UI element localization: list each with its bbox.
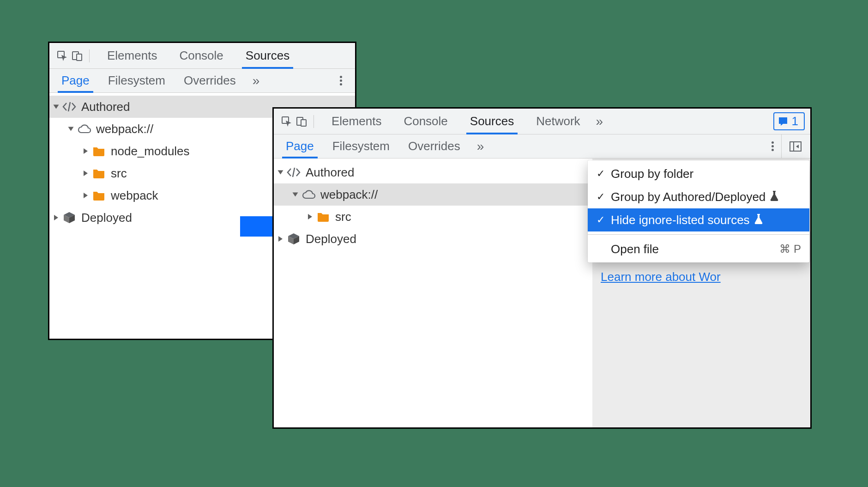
- menu-separator: [588, 234, 809, 235]
- tab-sources[interactable]: Sources: [466, 109, 518, 134]
- tree-src[interactable]: src: [274, 206, 592, 228]
- tree-label: Deployed: [81, 211, 132, 225]
- code-icon: [286, 165, 301, 180]
- menu-hide-ignore-listed[interactable]: ✓ Hide ignore-listed sources: [588, 208, 809, 231]
- menu-label: Group by folder: [611, 167, 693, 181]
- menu-group-by-folder[interactable]: ✓ Group by folder: [588, 162, 809, 185]
- tree-label: webpack://: [320, 188, 378, 202]
- more-tabs-icon[interactable]: »: [591, 114, 608, 129]
- issues-badge[interactable]: 1: [773, 112, 805, 130]
- disclosure-triangle-icon: [84, 170, 88, 176]
- tab-sources[interactable]: Sources: [242, 43, 293, 69]
- folder-icon: [91, 144, 106, 158]
- disclosure-triangle-icon: [293, 193, 298, 197]
- tree-label: src: [111, 166, 127, 181]
- separator: [781, 134, 782, 158]
- tree-label: Authored: [81, 100, 130, 114]
- learn-more-link[interactable]: Learn more about Wor: [592, 266, 810, 288]
- tab-elements[interactable]: Elements: [103, 43, 161, 69]
- menu-label: Group by Authored/Deployed: [611, 190, 766, 204]
- disclosure-triangle-icon: [68, 127, 74, 131]
- check-icon: ✓: [594, 214, 607, 226]
- toggle-pane-icon[interactable]: [786, 137, 805, 156]
- subbar-kebab-menu[interactable]: [332, 69, 350, 93]
- subtab-filesystem[interactable]: Filesystem: [104, 69, 169, 93]
- cloud-icon: [301, 187, 316, 202]
- disclosure-triangle-icon: [278, 236, 283, 242]
- inspect-icon[interactable]: [55, 49, 70, 63]
- subtab-filesystem[interactable]: Filesystem: [329, 134, 393, 158]
- menu-shortcut: ⌘ P: [779, 243, 801, 256]
- tab-console[interactable]: Console: [400, 109, 451, 134]
- separator: [313, 115, 314, 128]
- check-icon: ✓: [594, 168, 607, 180]
- menu-label: Open file: [611, 242, 659, 256]
- subtab-page[interactable]: Page: [58, 69, 93, 93]
- disclosure-triangle-icon: [308, 214, 312, 219]
- subbar-kebab-menu[interactable]: [764, 134, 781, 158]
- check-icon: ✓: [594, 191, 607, 203]
- subtab-overrides[interactable]: Overrides: [180, 69, 240, 93]
- disclosure-triangle-icon: [84, 193, 88, 198]
- more-subtabs-icon[interactable]: »: [248, 73, 265, 88]
- svg-rect-6: [790, 142, 801, 151]
- menu-open-file[interactable]: Open file ⌘ P: [588, 237, 809, 261]
- disclosure-triangle-icon: [84, 148, 88, 154]
- disclosure-triangle-icon: [278, 170, 283, 175]
- code-icon: [62, 99, 77, 114]
- flask-icon: [754, 213, 763, 227]
- disclosure-triangle-icon: [54, 105, 59, 109]
- tree-deployed[interactable]: Deployed: [274, 228, 592, 250]
- tree-authored[interactable]: Authored: [274, 161, 592, 183]
- tree-label: webpack://: [96, 122, 153, 136]
- tab-elements[interactable]: Elements: [328, 109, 385, 134]
- device-toggle-icon[interactable]: [294, 114, 309, 129]
- tree-label: Deployed: [306, 232, 356, 246]
- tab-network[interactable]: Network: [532, 109, 584, 134]
- subtab-page[interactable]: Page: [282, 134, 318, 158]
- disclosure-triangle-icon: [54, 215, 58, 220]
- inspect-icon[interactable]: [279, 114, 294, 129]
- subtab-overrides[interactable]: Overrides: [404, 134, 464, 158]
- svg-rect-2: [77, 54, 82, 61]
- folder-icon: [91, 188, 106, 203]
- deployed-cube-icon: [286, 231, 301, 246]
- tab-console[interactable]: Console: [175, 43, 227, 69]
- tree-label: Authored: [306, 165, 355, 180]
- flask-icon: [770, 190, 778, 204]
- tree-label: node_modules: [111, 144, 190, 158]
- more-subtabs-icon[interactable]: »: [472, 139, 489, 154]
- folder-icon: [91, 166, 106, 181]
- svg-rect-5: [301, 120, 306, 126]
- deployed-cube-icon: [62, 210, 77, 225]
- cloud-icon: [77, 122, 91, 136]
- tree-webpack[interactable]: webpack://: [274, 183, 592, 206]
- issues-count: 1: [792, 114, 798, 128]
- menu-label: Hide ignore-listed sources: [611, 213, 750, 227]
- device-toggle-icon[interactable]: [70, 49, 84, 63]
- tree-label: src: [335, 210, 351, 224]
- context-menu: ✓ Group by folder ✓ Group by Authored/De…: [588, 160, 809, 262]
- menu-group-by-authored[interactable]: ✓ Group by Authored/Deployed: [588, 185, 809, 208]
- tree-label: webpack: [111, 189, 158, 203]
- issues-icon: [778, 116, 788, 127]
- folder-icon: [316, 209, 331, 224]
- separator: [89, 49, 90, 62]
